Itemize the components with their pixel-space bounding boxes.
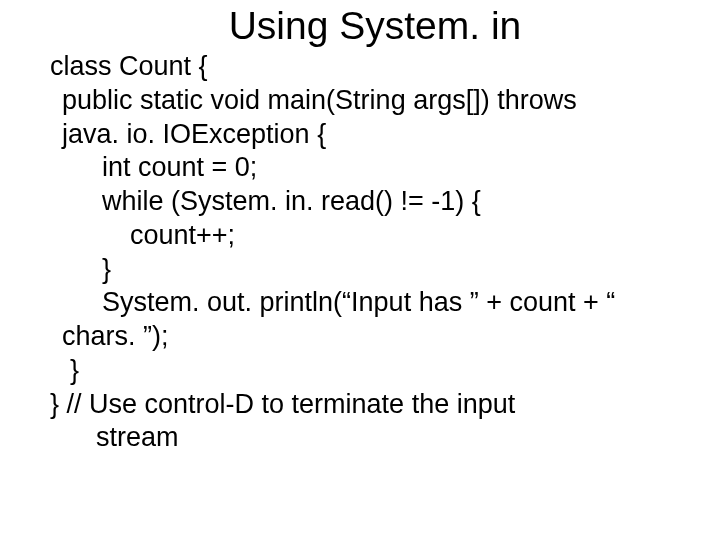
slide: Using System. in class Count { public st… bbox=[0, 0, 720, 455]
code-block: class Count { public static void main(St… bbox=[0, 50, 720, 455]
code-line: public static void main(String args[]) t… bbox=[62, 84, 712, 118]
code-line: while (System. in. read() != -1) { bbox=[102, 185, 712, 219]
slide-title: Using System. in bbox=[0, 4, 720, 48]
code-line: } bbox=[102, 253, 712, 287]
code-line: } // Use control-D to terminate the inpu… bbox=[50, 388, 712, 422]
code-line: java. io. IOException { bbox=[62, 118, 712, 152]
code-line: } bbox=[70, 354, 712, 388]
code-line: class Count { bbox=[50, 50, 712, 84]
code-line: int count = 0; bbox=[102, 151, 712, 185]
code-line: count++; bbox=[130, 219, 712, 253]
code-line: stream bbox=[96, 421, 712, 455]
code-line: chars. ”); bbox=[62, 320, 712, 354]
code-line: System. out. println(“Input has ” + coun… bbox=[102, 286, 712, 320]
